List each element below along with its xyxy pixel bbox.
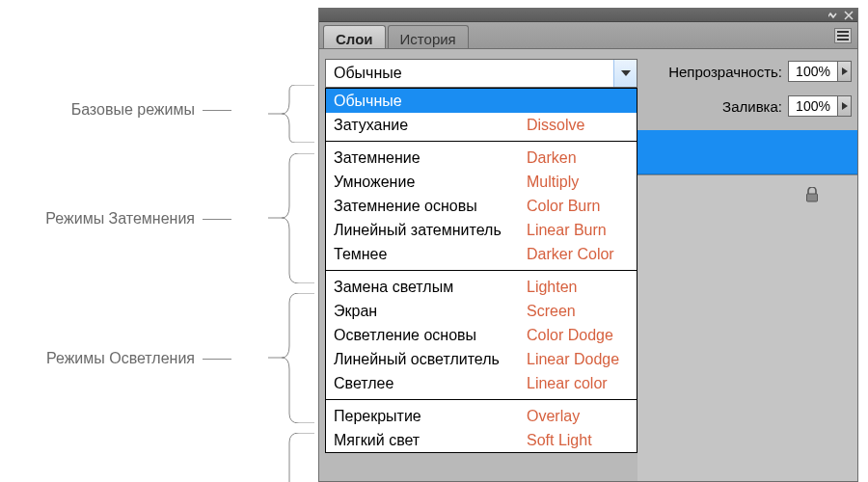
blend-mode-option-en: Color Dodge <box>527 327 629 344</box>
blend-mode-option[interactable]: Мягкий светSoft Light <box>326 428 637 452</box>
blend-mode-option-ru: Светлее <box>334 375 527 392</box>
blend-mode-option[interactable]: ЭкранScreen <box>326 299 637 323</box>
fill-label: Заливка: <box>722 98 782 115</box>
opacity-label: Непрозрачность: <box>668 64 782 80</box>
annotation-darken-bracket <box>268 153 314 283</box>
blend-mode-option-ru: Умножение <box>334 174 527 191</box>
fill-spinner[interactable]: 100% <box>788 95 852 117</box>
blend-mode-option-en: Multiply <box>527 174 629 191</box>
layers-list-area <box>637 174 857 481</box>
blend-mode-option[interactable]: УмножениеMultiply <box>326 170 637 194</box>
collapse-icon[interactable] <box>828 11 838 20</box>
annotation-basic-label: Базовые режимы <box>0 101 203 119</box>
blend-mode-option-en: Linear Dodge <box>527 351 629 368</box>
annotation-dash <box>203 219 231 220</box>
selected-layer-row[interactable] <box>637 130 857 174</box>
fill-value[interactable]: 100% <box>788 95 838 117</box>
dropdown-separator <box>326 270 637 271</box>
panel-tabs: Слои История <box>319 22 857 49</box>
blend-mode-option-ru: Линейный осветлитель <box>334 351 527 368</box>
blend-mode-option-en: Lighten <box>527 279 629 296</box>
annotation-dash <box>203 110 231 111</box>
blend-mode-option[interactable]: ЗатемнениеDarken <box>326 146 637 170</box>
opacity-spinner[interactable]: 100% <box>788 61 852 82</box>
blend-mode-option[interactable]: Линейный затемнительLinear Burn <box>326 218 637 242</box>
blend-mode-option-en: Overlay <box>527 408 629 425</box>
opacity-step-button[interactable] <box>838 61 852 82</box>
blend-mode-option-en: Screen <box>527 303 629 320</box>
annotation-darken-label: Режимы Затемнения <box>0 210 203 228</box>
dropdown-separator <box>326 141 637 142</box>
blend-mode-option-ru: Затухание <box>334 117 527 134</box>
layers-panel: Слои История Обычные Непрозрачность: 100… <box>318 8 858 482</box>
blend-mode-dropdown[interactable]: ОбычныеЗатуханиеDissolveЗатемнениеDarken… <box>325 88 637 453</box>
blend-mode-option[interactable]: ТемнееDarker Color <box>326 242 637 266</box>
blend-mode-option-ru: Экран <box>334 303 527 320</box>
blend-mode-option-en: Soft Light <box>527 432 629 449</box>
annotation-contrast-bracket <box>268 433 314 482</box>
opacity-value[interactable]: 100% <box>788 61 838 82</box>
blend-mode-option[interactable]: Затемнение основыColor Burn <box>326 194 637 218</box>
blend-mode-combo[interactable]: Обычные <box>325 59 637 88</box>
blend-mode-option-ru: Темнее <box>334 246 527 263</box>
blend-mode-option[interactable]: СветлееLinear color <box>326 371 637 395</box>
fill-step-button[interactable] <box>838 95 852 117</box>
blend-mode-option-ru: Затемнение <box>334 149 527 167</box>
blend-mode-option-en: Darker Color <box>527 246 629 263</box>
annotation-lighten-label: Режимы Осветления <box>0 350 203 367</box>
blend-mode-option[interactable]: Обычные <box>326 89 637 113</box>
panel-menu-button[interactable] <box>834 28 852 43</box>
blend-mode-selected: Обычные <box>326 65 613 82</box>
panel-topbar <box>319 9 857 22</box>
opacity-control: Непрозрачность: 100% <box>668 59 852 84</box>
annotations-column: Базовые режимы Режимы Затемнения Режимы … <box>0 0 318 482</box>
blend-mode-option-en: Darken <box>527 149 629 167</box>
blend-mode-option-ru: Перекрытие <box>334 408 527 425</box>
tab-layers[interactable]: Слои <box>323 25 386 48</box>
blend-mode-option[interactable]: ЗатуханиеDissolve <box>326 113 637 137</box>
blend-mode-option-en: Linear color <box>527 375 629 392</box>
tab-history-label: История <box>400 31 456 47</box>
annotation-basic-bracket <box>268 85 314 143</box>
blend-mode-option-ru: Линейный затемнитель <box>334 222 527 239</box>
fill-control: Заливка: 100% <box>722 94 852 119</box>
close-icon[interactable] <box>844 11 854 20</box>
blend-mode-option[interactable]: Осветление основыColor Dodge <box>326 323 637 347</box>
blend-mode-option-ru: Обычные <box>334 93 527 110</box>
dropdown-separator <box>326 399 637 400</box>
blend-mode-option[interactable]: Замена светлымLighten <box>326 275 637 299</box>
blend-mode-option-ru: Осветление основы <box>334 327 527 344</box>
blend-mode-option-ru: Затемнение основы <box>334 198 527 215</box>
blend-mode-option-en: Color Burn <box>527 198 629 215</box>
tab-layers-label: Слои <box>336 31 373 47</box>
svg-rect-0 <box>807 194 818 201</box>
annotation-dash <box>203 359 231 360</box>
blend-mode-option-en: Linear Burn <box>527 222 629 239</box>
panel-body: Обычные Непрозрачность: 100% Заливка: 10… <box>319 49 857 481</box>
blend-mode-option-ru: Замена светлым <box>334 279 527 296</box>
tab-history[interactable]: История <box>388 25 469 48</box>
lock-icon <box>805 187 819 205</box>
annotation-lighten-bracket <box>268 293 314 423</box>
blend-mode-option-en: Dissolve <box>527 117 629 134</box>
blend-mode-option[interactable]: ПерекрытиеOverlay <box>326 404 637 428</box>
dropdown-arrow-icon[interactable] <box>613 60 637 87</box>
blend-mode-option[interactable]: Линейный осветлительLinear Dodge <box>326 347 637 371</box>
blend-mode-option-ru: Мягкий свет <box>334 432 527 449</box>
